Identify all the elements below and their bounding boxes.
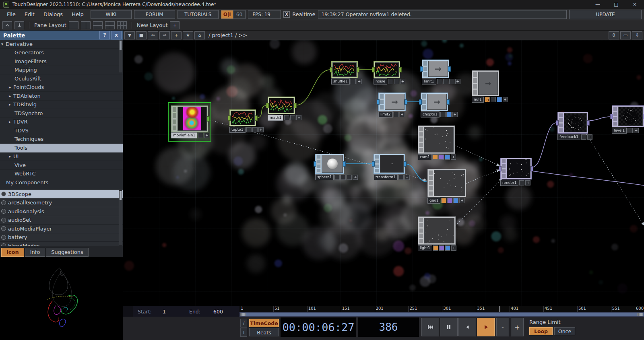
add-flag-icon[interactable]: + [357,79,362,84]
palette-tree-item-mapping[interactable]: Mapping [0,66,123,75]
output-port[interactable] [399,67,402,72]
help-button[interactable]: ? [99,31,110,39]
output-port[interactable] [405,99,407,105]
node-limit2[interactable]: limit2+ [378,93,406,111]
close-palette-button[interactable]: x [111,31,122,39]
add-flag-icon[interactable]: + [353,175,358,180]
add-flag-icon[interactable]: + [503,97,508,102]
dark-flag-icon[interactable] [491,97,496,102]
palette-tree-item-webrtc[interactable]: WebRTC [0,170,123,179]
maximize-icon[interactable]: □ [607,0,625,9]
node-nul1[interactable]: nul1+ [472,70,499,96]
frame-increment-button[interactable]: + [511,318,524,336]
expand-icon[interactable]: ▸ [9,154,13,159]
orange-flag-icon[interactable] [441,198,446,203]
close-icon[interactable]: × [625,0,644,9]
bluedot-flag-icon[interactable] [453,198,458,203]
playhead[interactable] [500,306,500,312]
palette-tree-item-vive[interactable]: Vive [0,161,123,170]
add-flag-icon[interactable]: + [258,127,264,132]
input-port[interactable] [330,67,332,72]
output-port[interactable] [530,166,533,171]
node-label[interactable]: limit1 [422,78,436,84]
lock-icon[interactable] [485,97,490,102]
output-port[interactable] [207,116,210,122]
palette-tree-item-imagefilters[interactable]: ImageFilters [0,57,123,66]
expand-icon[interactable]: ▸ [9,102,13,107]
node-label[interactable]: math1 [268,115,283,121]
palette-tree-item-tools[interactable]: Tools [0,144,123,152]
pane-preset-grid[interactable] [117,21,127,29]
dark-flag-icon[interactable] [449,79,454,84]
input-port[interactable] [556,120,559,126]
dark-flag-icon[interactable] [581,134,586,140]
input-port[interactable] [228,115,231,121]
menu-item-help[interactable]: Help [67,9,88,20]
bluedot-flag-icon[interactable] [445,245,450,251]
list-scrollbar[interactable] [119,190,122,246]
range-start-grip[interactable] [240,313,246,316]
add-flag-icon[interactable]: + [455,79,460,84]
expand-icon[interactable]: ▸ [9,85,13,89]
palette-tree-item-tdableton[interactable]: ▸TDAbleton [0,92,123,101]
node-label[interactable]: shuffle1 [331,78,350,84]
dark-flag-icon[interactable] [443,79,448,84]
dark-flag-icon[interactable] [627,128,633,133]
pane-menu-button[interactable]: ▼ [124,31,135,39]
dark-flag-icon[interactable] [246,127,252,132]
dark-flag-icon[interactable] [341,175,346,180]
once-button[interactable]: Once [554,327,575,335]
node-noise[interactable]: noise+ [374,61,400,78]
menu-item-file[interactable]: File [2,9,20,20]
output-port[interactable] [447,99,450,105]
input-port[interactable] [610,114,613,119]
dark-flag-icon[interactable] [347,175,352,180]
back-button[interactable]: ⇦ [148,31,158,39]
play-button[interactable] [477,318,495,336]
dark-flag-icon[interactable] [437,79,442,84]
zoom-level-button[interactable]: 0 [609,31,619,39]
output-port[interactable] [357,67,359,72]
add-flag-icon[interactable]: + [452,112,458,117]
purple-flag-icon[interactable] [439,245,444,251]
add-flag-icon[interactable]: + [296,115,301,120]
add-flag-icon[interactable]: + [634,128,639,133]
node-transform1[interactable]: transform1+ [374,154,405,174]
tab-info[interactable]: Info [25,248,45,257]
component-item-audioanalysis[interactable]: audioAnalysis [0,207,123,216]
add-flag-icon[interactable]: + [400,79,405,84]
input-port[interactable] [420,66,423,72]
node-feedback1[interactable]: feedback1+ [557,112,588,134]
node-shuffle1[interactable]: shuffle1+ [331,61,358,78]
frame-decrement-button[interactable]: - [496,318,509,336]
node-label[interactable]: moviefilein1 [171,132,197,138]
dark-flag-icon[interactable] [252,127,258,132]
palette-tree-item-oculusrift[interactable]: OculusRift [0,74,123,83]
node-chopto1[interactable]: chopto1+ [421,93,448,111]
node-topto1[interactable]: topto1+ [229,109,256,126]
dark-flag-icon[interactable] [394,79,399,84]
pane-preset-single[interactable] [69,21,78,29]
node-label[interactable]: feedback1 [557,134,580,140]
component-item-battery[interactable]: battery [0,233,123,242]
add-layout-button[interactable]: + [170,21,180,29]
input-port[interactable] [377,99,380,105]
dark-flag-icon[interactable] [519,180,524,185]
forward-button[interactable]: ⇨ [159,31,170,39]
output-port[interactable] [404,161,407,167]
bookmark-button[interactable]: ★ [183,31,193,39]
add-flag-icon[interactable]: + [204,133,209,138]
node-label[interactable]: sphere1 [315,174,334,180]
forum-button[interactable]: FORUM [134,10,175,19]
component-item-automediaplayer[interactable]: autoMediaPlayer [0,225,123,233]
component-item-audioset[interactable]: audioSet [0,216,123,225]
node-label[interactable]: chopto1 [421,111,440,117]
palette-tree-item-tdbitwig[interactable]: ▸TDBitwig [0,101,123,109]
add-operator-button[interactable]: + [171,31,182,39]
node-label[interactable]: geo1 [427,198,440,204]
operator-io-button[interactable]: O|I [221,10,233,19]
node-label[interactable]: topto1 [229,127,246,133]
node-math1[interactable]: math1+ [268,97,295,114]
pane-preset-split-horizontal[interactable] [93,21,103,29]
orange-flag-icon[interactable] [433,245,438,251]
